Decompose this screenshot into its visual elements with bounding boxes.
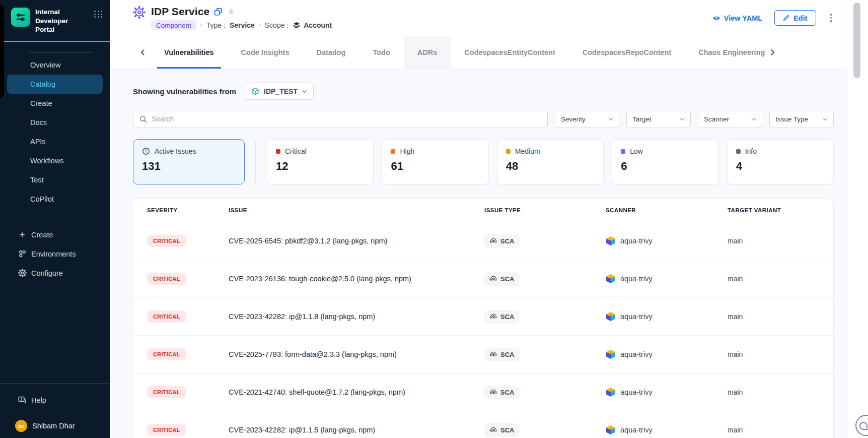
sidebar-action-label: Create <box>31 231 53 239</box>
low-dot <box>621 149 625 154</box>
stat-label-text: Low <box>630 147 643 155</box>
more-options-icon[interactable] <box>828 12 834 24</box>
vertical-scrollbar[interactable] <box>853 3 860 78</box>
sidebar-item-workflows[interactable]: Workflows <box>7 151 103 170</box>
trivy-logo-icon <box>606 425 616 435</box>
column-header-scanner: SCANNER <box>606 207 728 213</box>
sidebar-item-label: Workflows <box>30 157 64 165</box>
view-yaml-button[interactable]: View YAML <box>712 14 762 22</box>
svg-text:?: ? <box>20 397 23 402</box>
app-window: Internal Developer Portal Overview Catal… <box>0 0 868 438</box>
brand-header: Internal Developer Portal <box>0 0 110 42</box>
brand-title: Internal Developer Portal <box>35 8 87 34</box>
table-row[interactable]: CRITICAL CVE-2025-7783: form-data@2.3.3 … <box>133 335 833 373</box>
help-button[interactable]: ? Help <box>0 391 110 410</box>
table-row[interactable]: CRITICAL CVE-2023-42282: ip@1.1.8 (lang-… <box>133 297 833 335</box>
help-label: Help <box>31 396 46 404</box>
tab-datadog[interactable]: Datadog <box>303 36 359 69</box>
user-name: Shibam Dhar <box>32 422 75 430</box>
tab-code-insights[interactable]: Code Insights <box>228 36 303 69</box>
stat-card-high[interactable]: High 61 <box>382 139 488 184</box>
scrollbar-gutter <box>847 0 868 438</box>
sidebar-item-overview[interactable]: Overview <box>7 55 103 75</box>
tab-codespaces-repo-content[interactable]: CodespacesRepoContent <box>569 36 685 69</box>
trivy-logo-icon <box>606 311 616 322</box>
entity-meta: Component Type : Service Scope : <box>151 20 332 30</box>
tab-todo[interactable]: Todo <box>359 36 403 69</box>
scanner-name: aqua-trivy <box>620 350 653 358</box>
stat-value: 4 <box>736 160 825 173</box>
stat-card-low[interactable]: Low 6 <box>612 139 718 184</box>
table-row[interactable]: CRITICAL CVE-2023-26136: tough-cookie@2.… <box>133 260 833 297</box>
favorite-star-icon[interactable]: ★ <box>227 7 235 16</box>
issue-text[interactable]: CVE-2023-26136: tough-cookie@2.5.0 (lang… <box>229 275 484 283</box>
sidebar-item-copilot[interactable]: CoPilot <box>7 190 103 209</box>
scanner-name: aqua-trivy <box>620 275 653 283</box>
tab-vulnerabilities[interactable]: Vulnerabilities <box>151 36 228 69</box>
scanner-cell: aqua-trivy <box>606 425 728 435</box>
stat-card-medium[interactable]: Medium 48 <box>497 139 604 184</box>
fingerprint-icon <box>490 389 497 396</box>
table-row[interactable]: CRITICAL CVE-2021-42740: shell-quote@1.7… <box>133 373 833 411</box>
filter-target[interactable]: Target <box>626 110 691 128</box>
component-badge: Component <box>151 20 196 30</box>
feedback-widget-icon[interactable] <box>855 415 868 436</box>
tabs-scroll-right-icon[interactable] <box>765 46 780 59</box>
issue-text[interactable]: CVE-2023-42282: ip@1.1.8 (lang-pkgs, npm… <box>229 312 484 321</box>
page-header: IDP Service ★ Component Type : Service <box>110 0 847 36</box>
sidebar-action-configure[interactable]: Configure <box>0 264 110 283</box>
high-dot <box>391 149 395 154</box>
pencil-icon <box>783 15 789 21</box>
stat-card-critical[interactable]: Critical 12 <box>267 139 374 184</box>
filter-scanner[interactable]: Scanner <box>698 110 762 128</box>
tabs-scroll-left-icon[interactable] <box>135 46 151 59</box>
tab-adrs[interactable]: ADRs <box>404 36 451 69</box>
issue-text[interactable]: CVE-2025-6545: pbkdf2@3.1.2 (lang-pkgs, … <box>229 237 484 245</box>
sidebar-item-catalog[interactable]: Catalog <box>7 75 103 94</box>
sidebar-action-label: Environments <box>31 250 76 258</box>
fingerprint-icon <box>490 313 497 320</box>
stat-value: 12 <box>276 160 365 173</box>
search-input[interactable] <box>152 115 541 123</box>
issue-type-chip: SCA <box>484 348 520 361</box>
type-label: Type : <box>206 21 226 29</box>
plus-icon: + <box>18 230 27 239</box>
portal-logo[interactable] <box>11 8 30 27</box>
tab-chaos-engineering[interactable]: Chaos Engineering <box>685 36 765 69</box>
trivy-logo-icon <box>606 274 616 284</box>
issue-text[interactable]: CVE-2021-42740: shell-quote@1.7.2 (lang-… <box>229 388 484 396</box>
project-select[interactable]: IDP_TEST <box>245 83 314 100</box>
trivy-logo-icon <box>606 236 616 246</box>
alert-circle-icon <box>142 147 150 155</box>
dot-separator <box>259 24 261 26</box>
chevron-down-icon <box>302 90 307 93</box>
page-title: IDP Service <box>151 6 209 18</box>
copy-icon[interactable] <box>214 8 223 16</box>
table-row[interactable]: CRITICAL CVE-2023-42282: ip@1.1.5 (lang-… <box>133 411 833 438</box>
filter-issue-type[interactable]: Issue Type <box>769 110 834 128</box>
sidebar-item-docs[interactable]: Docs <box>7 113 103 132</box>
stats-divider <box>255 140 256 183</box>
user-menu[interactable]: SD Shibam Dhar <box>0 420 110 432</box>
scanner-cell: aqua-trivy <box>606 274 728 284</box>
scanner-name: aqua-trivy <box>620 237 653 245</box>
table-row[interactable]: CRITICAL CVE-2025-6545: pbkdf2@3.1.2 (la… <box>133 222 833 260</box>
tab-codespaces-entity-content[interactable]: CodespacesEntityContent <box>451 36 568 69</box>
sidebar-item-label: Create <box>30 99 52 107</box>
severity-badge: CRITICAL <box>147 310 186 323</box>
filter-severity[interactable]: Severity <box>555 110 619 128</box>
sidebar-action-create[interactable]: + Create <box>0 225 110 244</box>
edit-button[interactable]: Edit <box>774 10 816 26</box>
package-cube-icon <box>251 87 259 95</box>
sidebar-item-test[interactable]: Test <box>7 170 103 190</box>
trivy-logo-icon <box>606 349 616 359</box>
sidebar-item-apis[interactable]: APIs <box>7 132 103 151</box>
stat-card-info[interactable]: Info 4 <box>727 139 834 184</box>
target-variant: main <box>728 275 833 283</box>
issue-text[interactable]: CVE-2023-42282: ip@1.1.5 (lang-pkgs, npm… <box>229 426 484 434</box>
sidebar-action-environments[interactable]: Environments <box>0 244 110 264</box>
stat-card-active-issues[interactable]: Active Issues 131 <box>133 139 245 184</box>
sidebar-item-create[interactable]: Create <box>7 94 103 113</box>
apps-grid-icon[interactable] <box>94 11 103 18</box>
issue-text[interactable]: CVE-2025-7783: form-data@2.3.3 (lang-pkg… <box>229 350 484 358</box>
